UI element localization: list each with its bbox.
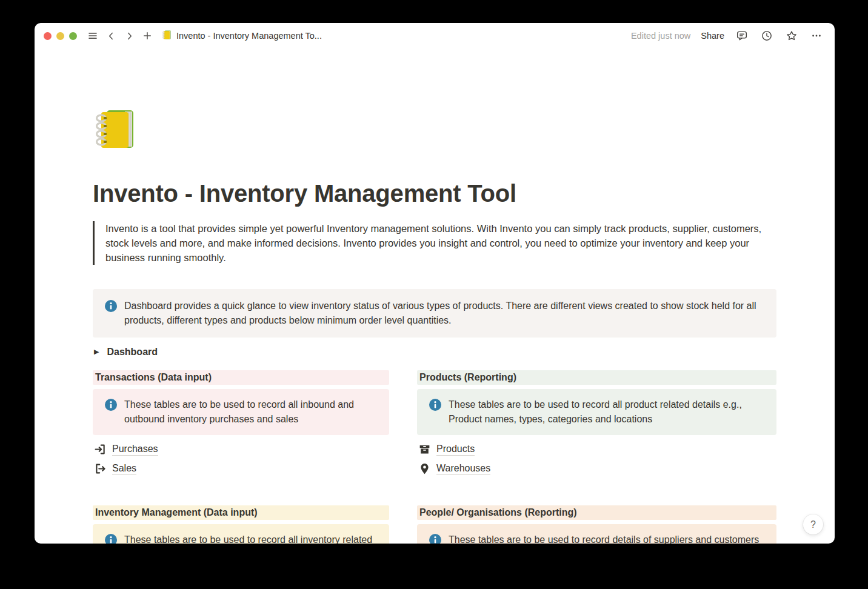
section-callout: These tables are to be used to record al… bbox=[417, 389, 776, 435]
titlebar: Invento - Inventory Management To... Edi… bbox=[35, 23, 835, 48]
section-header: Products (Reporting) bbox=[417, 370, 776, 385]
callout-text: Dashboard provides a quick glance to vie… bbox=[124, 299, 767, 328]
page-link-warehouses[interactable]: Warehouses bbox=[417, 462, 492, 476]
page-link-sales[interactable]: Sales bbox=[93, 462, 138, 476]
section-people-organisations: People/ Organisations (Reporting) These … bbox=[417, 505, 776, 544]
share-button[interactable]: Share bbox=[701, 31, 724, 41]
sidebar-menu-icon[interactable] bbox=[85, 28, 100, 43]
notion-window: Invento - Inventory Management To... Edi… bbox=[35, 23, 835, 544]
new-page-icon[interactable] bbox=[140, 28, 155, 43]
section-transactions: Transactions (Data input) These tables a… bbox=[93, 370, 389, 481]
minimize-button[interactable] bbox=[56, 32, 64, 40]
help-button[interactable]: ? bbox=[803, 514, 823, 534]
section-callout: These tables are to be used to record de… bbox=[417, 524, 776, 544]
forward-icon[interactable] bbox=[122, 28, 136, 43]
page-link-purchases[interactable]: Purchases bbox=[93, 442, 159, 456]
door-out-icon bbox=[94, 462, 107, 475]
page-icon-notebook[interactable] bbox=[93, 106, 140, 152]
desktop-background: Invento - Inventory Management To... Edi… bbox=[0, 0, 868, 589]
section-callout: These tables are to be used to record al… bbox=[93, 389, 389, 435]
toggle-triangle-icon: ▶ bbox=[94, 348, 99, 356]
dashboard-info-callout: Dashboard provides a quick glance to vie… bbox=[93, 289, 776, 338]
edited-status: Edited just now bbox=[631, 31, 690, 41]
quote-block: Invento is a tool that provides simple y… bbox=[93, 221, 776, 265]
zoom-button[interactable] bbox=[69, 32, 77, 40]
toggle-label: Dashboard bbox=[107, 347, 158, 358]
section-header: People/ Organisations (Reporting) bbox=[417, 505, 776, 520]
section-callout: These tables are to be used to record al… bbox=[93, 524, 389, 544]
info-icon bbox=[105, 300, 117, 312]
door-in-icon bbox=[94, 443, 107, 456]
back-icon[interactable] bbox=[104, 28, 118, 43]
section-products: Products (Reporting) These tables are to… bbox=[417, 370, 776, 481]
page-title: Invento - Inventory Management Tool bbox=[93, 179, 776, 208]
location-pin-icon bbox=[418, 462, 431, 475]
info-icon bbox=[429, 534, 441, 544]
info-icon bbox=[429, 399, 441, 411]
info-icon bbox=[105, 399, 117, 411]
more-options-icon[interactable] bbox=[809, 28, 824, 43]
callout-text: These tables are to be used to record al… bbox=[124, 533, 382, 544]
page-link-label: Warehouses bbox=[436, 463, 490, 475]
section-inventory-management: Inventory Management (Data input) These … bbox=[93, 505, 389, 544]
page-link-label: Products bbox=[436, 444, 475, 456]
box-icon bbox=[418, 443, 431, 456]
notebook-page-icon bbox=[162, 30, 172, 42]
page-link-label: Purchases bbox=[112, 444, 158, 456]
window-controls bbox=[44, 32, 77, 40]
callout-text: These tables are to be used to record al… bbox=[449, 398, 769, 427]
info-icon bbox=[105, 534, 117, 544]
breadcrumb-current-page[interactable]: Invento - Inventory Management To... bbox=[162, 30, 322, 42]
history-icon[interactable] bbox=[760, 28, 774, 43]
favorite-star-icon[interactable] bbox=[784, 28, 799, 43]
comments-icon[interactable] bbox=[735, 28, 749, 43]
section-header: Transactions (Data input) bbox=[93, 370, 389, 385]
dashboard-toggle[interactable]: ▶ Dashboard bbox=[93, 345, 159, 359]
page-link-label: Sales bbox=[112, 463, 136, 475]
section-header: Inventory Management (Data input) bbox=[93, 505, 389, 520]
page-link-products[interactable]: Products bbox=[417, 442, 476, 456]
titlebar-page-title: Invento - Inventory Management To... bbox=[176, 31, 322, 41]
page-content: Invento - Inventory Management Tool Inve… bbox=[35, 48, 835, 544]
close-button[interactable] bbox=[44, 32, 52, 40]
callout-text: These tables are to be used to record de… bbox=[449, 533, 759, 544]
callout-text: These tables are to be used to record al… bbox=[124, 398, 382, 427]
